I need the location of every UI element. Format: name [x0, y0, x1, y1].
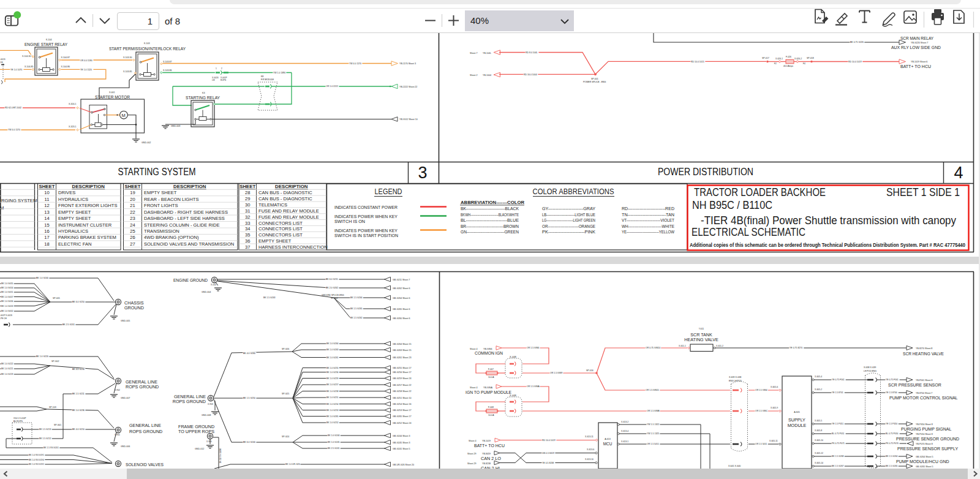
svg-text:BK 1.5 G268: BK 1.5 G268	[832, 455, 844, 458]
svg-text:GB-G262 Sheet 6: GB-G262 Sheet 6	[393, 287, 410, 290]
svg-text:BK 1.0 G055: BK 1.0 G055	[1, 282, 13, 285]
svg-text:GND-002: GND-002	[141, 141, 151, 144]
svg-text:GB-G244 Sheet 3: GB-G244 Sheet 3	[393, 435, 410, 437]
svg-text:LB------------------------LIGH: LB------------------------LIGHT BLUE	[542, 213, 596, 217]
svg-text:YB-1019 Sheet 6: YB-1019 Sheet 6	[911, 61, 927, 63]
svg-text:OR 1.5 IGNB: OR 1.5 IGNB	[647, 410, 660, 412]
svg-text:YB-104L: YB-104L	[483, 52, 491, 55]
svg-text:OR 1.5 IGN9: OR 1.5 IGN9	[550, 372, 562, 374]
svg-text:X-103-30: X-103-30	[123, 56, 132, 59]
svg-text:BK 1.0 G264: BK 1.0 G264	[326, 342, 339, 345]
svg-text:STARTER MOTOR: STARTER MOTOR	[95, 94, 130, 100]
svg-text:-TIER 4B(final) Power Shuttle: -TIER 4B(final) Power Shuttle transmissi…	[701, 214, 956, 227]
svg-text:K-104: K-104	[46, 39, 52, 41]
svg-text:PUMP MOTOR CONTROL SIGNAL: PUMP MOTOR CONTROL SIGNAL	[889, 396, 958, 400]
svg-text:4: 4	[954, 164, 963, 182]
svg-text:YE 1.0 1120: YE 1.0 1120	[80, 69, 92, 71]
svg-text:SCR MAIN RELAY: SCR MAIN RELAY	[900, 36, 933, 41]
svg-text:LEGEND: LEGEND	[375, 187, 402, 196]
svg-text:ROPS GROUND: ROPS GROUND	[173, 399, 206, 404]
svg-text:X-104-87: X-104-87	[61, 56, 70, 59]
svg-text:SHEET: SHEET	[125, 184, 141, 189]
svg-text:BK 1.5 G265: BK 1.5 G265	[886, 465, 898, 467]
svg-text:3: 3	[418, 164, 427, 182]
svg-text:X-010: X-010	[211, 284, 216, 286]
svg-text:-001P X-001S: -001P X-001S	[0, 314, 12, 317]
svg-text:F-008: F-008	[488, 406, 494, 409]
svg-text:VT--------------------------VI: VT--------------------------VIOLET	[622, 218, 674, 222]
svg-text:ENGINE START RELAY: ENGINE START RELAY	[24, 42, 67, 47]
svg-text:GY------------------------GRAY: GY------------------------GRAY	[542, 206, 596, 211]
svg-text:GB-G265 Sheet 17: GB-G265 Sheet 17	[393, 415, 412, 418]
svg-text:ENG LH POD: ENG LH POD	[729, 380, 742, 382]
svg-text:BK 4.0 G210: BK 4.0 G210	[72, 428, 85, 431]
svg-text:YE 1.5 8701: YE 1.5 8701	[832, 391, 843, 394]
svg-text:MCU: MCU	[603, 442, 612, 446]
svg-text:GND-006: GND-006	[121, 445, 130, 448]
svg-text:SWITCH IS ON: SWITCH IS ON	[334, 219, 365, 224]
svg-text:BK 4.0 G230: BK 4.0 G230	[72, 368, 85, 371]
svg-text:19: 19	[130, 190, 135, 195]
svg-text:YB-V012 Sheet 10: YB-V012 Sheet 10	[399, 118, 418, 121]
svg-text:GROUND: GROUND	[124, 305, 144, 311]
svg-text:Sheet 4: Sheet 4	[470, 387, 477, 389]
svg-text:Sheet 2: Sheet 2	[470, 74, 477, 77]
svg-text:BL 0.75 P050: BL 0.75 P050	[886, 432, 899, 435]
svg-text:17: 17	[44, 235, 49, 240]
svg-text:HYDRAULICS: HYDRAULICS	[58, 197, 88, 202]
svg-text:BK 1.0 G223: BK 1.0 G223	[1, 373, 13, 375]
svg-text:SHEET: SHEET	[39, 184, 55, 189]
svg-text:YB-8700 Sheet 7: YB-8700 Sheet 7	[916, 392, 932, 394]
svg-text:SHEET: SHEET	[239, 184, 255, 189]
svg-text:GND-007: GND-007	[121, 397, 130, 399]
svg-text:YE 1.5 P451: YE 1.5 P451	[832, 423, 843, 425]
svg-text:ROPS GROUND: ROPS GROUND	[126, 384, 159, 390]
svg-text:X-448: X-448	[510, 355, 516, 358]
svg-text:OR 1.5 IGNA: OR 1.5 IGNA	[527, 385, 540, 388]
svg-text:YE 1.5 P450: YE 1.5 P450	[886, 423, 897, 425]
svg-text:X-605-12: X-605-12	[815, 452, 823, 454]
svg-text:Sheet 7: Sheet 7	[470, 52, 477, 55]
svg-text:TRANSMISSION: TRANSMISSION	[144, 228, 179, 234]
svg-text:INDICATES POWER WHEN KEY: INDICATES POWER WHEN KEY	[334, 214, 398, 219]
svg-text:BK 2.0 G262: BK 2.0 G262	[326, 287, 338, 289]
svg-text:BK 1.0 G263: BK 1.0 G263	[326, 349, 339, 351]
svg-text:YB-1004: YB-1004	[483, 74, 491, 77]
svg-text:X-639 X-638: X-639 X-638	[729, 376, 741, 379]
svg-text:12: 12	[44, 203, 49, 208]
svg-text:TRACTOR LOADER BACKHOE: TRACTOR LOADER BACKHOE	[694, 186, 826, 198]
svg-text:GB-G211 Sheet 7: GB-G211 Sheet 7	[393, 279, 410, 281]
svg-text:X-605-5: X-605-5	[815, 420, 822, 422]
svg-text:YB-2222 Sheet 22: YB-2222 Sheet 22	[399, 86, 417, 88]
svg-text:40.0 Amps: 40.0 Amps	[783, 65, 793, 67]
svg-text:PK 0.75 P070: PK 0.75 P070	[886, 442, 899, 445]
svg-text:GB-G257 Sheet 22: GB-G257 Sheet 22	[393, 384, 412, 387]
svg-text:X-605-4: X-605-4	[815, 375, 822, 378]
svg-text:34: 34	[245, 226, 250, 232]
svg-text:EMPTY SHEET: EMPTY SHEET	[258, 238, 292, 244]
svg-text:ELECTRICAL SCHEMATIC: ELECTRICAL SCHEMATIC	[692, 226, 805, 238]
svg-text:PK------------------------PINK: PK------------------------PINK	[542, 230, 596, 234]
svg-text:INDICATES POWER WHEN KEY: INDICATES POWER WHEN KEY	[334, 228, 398, 233]
svg-text:BK 1.5 G213: BK 1.5 G213	[39, 428, 51, 431]
svg-text:15: 15	[44, 222, 49, 228]
svg-text:F-026: F-026	[786, 56, 791, 58]
svg-text:X-104-86: X-104-86	[61, 66, 70, 68]
svg-text:YB-8270 Sheet 8: YB-8270 Sheet 8	[916, 347, 932, 350]
svg-text:Sheet 29: Sheet 29	[467, 462, 476, 465]
svg-text:GB-G264 Sheet 6: GB-G264 Sheet 6	[393, 297, 410, 300]
svg-text:CONNECTORS LIST: CONNECTORS LIST	[258, 226, 303, 232]
svg-text:SP-016: SP-016	[586, 369, 594, 372]
svg-text:BK 2.5 G201: BK 2.5 G201	[62, 323, 75, 326]
svg-text:SP-017: SP-017	[762, 57, 769, 59]
svg-text:BK 1.5 SV-G201: BK 1.5 SV-G201	[43, 447, 59, 449]
svg-text:X-605-9: X-605-9	[771, 407, 778, 409]
svg-text:M: M	[122, 113, 126, 118]
svg-text:FRAME GROUND: FRAME GROUND	[178, 424, 214, 429]
svg-text:X-611-1: X-611-1	[679, 345, 686, 347]
svg-text:HEATING VALVE: HEATING VALVE	[684, 337, 718, 342]
svg-text:BK----------------------------: BK----------------------------BLACK	[461, 206, 519, 211]
svg-text:Sheet 4: Sheet 4	[469, 440, 476, 442]
svg-text:SP-G24: SP-G24	[282, 436, 289, 438]
svg-text:ROPS: ROPS	[221, 79, 226, 81]
